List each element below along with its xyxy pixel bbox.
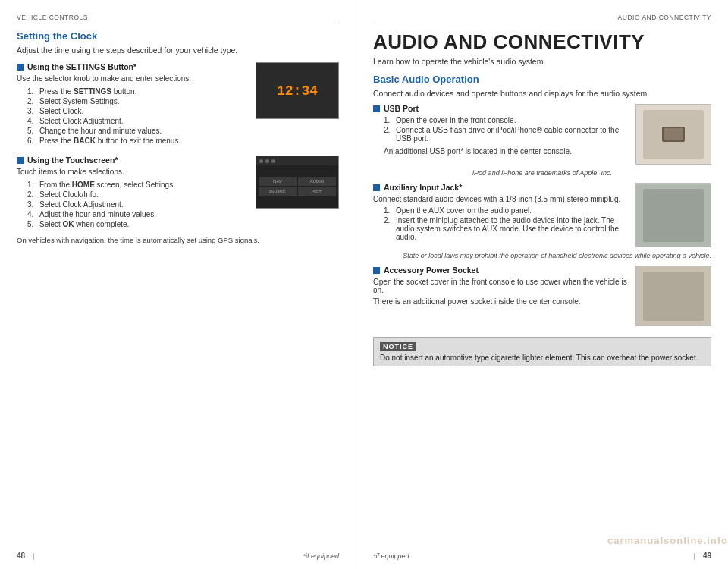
watermark: carmanualsonline.info: [607, 535, 728, 546]
right-divider: |: [694, 552, 695, 560]
left-page-num: 48: [17, 552, 25, 560]
ts-cell: AUDIO: [298, 177, 336, 186]
basic-audio-intro: Connect audio devices and operate button…: [373, 89, 711, 98]
list-item: 4.Select Clock Adjustment.: [27, 117, 248, 125]
list-item: 1.Open the cover in the front console.: [384, 116, 628, 124]
accessory-inner: [643, 272, 704, 321]
usb-caption: iPod and iPhone are trademarks of Apple,…: [373, 169, 711, 177]
list-item: 6.Press the BACK button to exit the menu…: [27, 137, 339, 145]
blue-square-icon: [373, 184, 380, 191]
ts-dot: [271, 159, 275, 163]
clock-image: 12:34: [256, 62, 339, 119]
list-item: 1.Press the SETTINGS button.: [27, 87, 248, 96]
usb-subsection-header: USB Port: [373, 104, 628, 113]
list-item: 3.Select Clock.: [27, 107, 248, 115]
blue-square-icon: [373, 105, 380, 112]
list-item: 2.Select Clock/Info.: [27, 190, 248, 199]
right-panel: AUDIO AND CONNECTIVITY AUDIO AND CONNECT…: [356, 0, 728, 569]
ts-content: NAV AUDIO PHONE SET: [256, 165, 338, 208]
clock-time-display: 12:34: [277, 83, 318, 99]
notice-label: NOTICE: [380, 342, 416, 351]
usb-image: [635, 104, 711, 165]
list-item: 2.Select System Settings.: [27, 97, 248, 105]
left-panel: VEHICLE CONTROLS Setting the Clock Adjus…: [0, 0, 356, 569]
accessory-section: Accessory Power Socket Open the socket c…: [373, 266, 711, 331]
touchscreen-subsection-header: Using the Touchscreen*: [17, 156, 248, 165]
notice-text: Do not insert an automotive type cigaret…: [380, 354, 704, 362]
list-item: 5.Select OK when complete.: [27, 220, 339, 228]
ts-dot: [259, 159, 263, 163]
list-item: 5.Change the hour and minute values.: [27, 127, 339, 135]
settings-label: Using the SETTINGS Button*: [27, 62, 136, 71]
touchscreen-image: NAV AUDIO PHONE SET: [256, 156, 339, 209]
aux-italic: State or local laws may prohibit the ope…: [373, 252, 711, 259]
left-title: Setting the Clock: [17, 30, 339, 42]
gps-note: On vehicles with navigation, the time is…: [17, 236, 339, 244]
left-header: VEHICLE CONTROLS: [17, 14, 339, 24]
aux-image: [635, 183, 711, 247]
ts-cell: SET: [298, 187, 336, 196]
right-footer: *if equipped | 49: [373, 552, 711, 560]
aux-subsection-header: Auxiliary Input Jack*: [373, 183, 628, 192]
main-title: AUDIO AND CONNECTIVITY: [373, 30, 711, 54]
blue-square-icon: [17, 64, 24, 71]
left-intro: Adjust the time using the steps describe…: [17, 46, 339, 55]
accessory-subsection-header: Accessory Power Socket: [373, 266, 628, 275]
list-item: 1.From the HOME screen, select Settings.: [27, 181, 248, 189]
blue-square-icon: [17, 157, 24, 164]
left-footer-note: *if equipped: [303, 552, 339, 560]
basic-audio-title: Basic Audio Operation: [373, 74, 711, 85]
left-divider: |: [33, 552, 34, 560]
touchscreen-label: Using the Touchscreen*: [27, 156, 118, 165]
ts-cell: NAV: [259, 177, 297, 186]
ts-dot: [265, 159, 269, 163]
usb-section: USB Port 1.Open the cover in the front c…: [373, 104, 711, 169]
list-item: 2.Insert the miniplug attached to the au…: [384, 216, 628, 241]
accessory-label: Accessory Power Socket: [384, 266, 479, 275]
ts-menu-bar: [256, 156, 338, 165]
list-item: 3.Select Clock Adjustment.: [27, 200, 248, 209]
ts-grid: NAV AUDIO PHONE SET: [256, 174, 338, 199]
right-page-num: 49: [703, 552, 711, 560]
accessory-image: [635, 266, 711, 326]
ts-cell: PHONE: [259, 187, 297, 196]
usb-label: USB Port: [384, 104, 419, 113]
list-item: 1.Open the AUX cover on the audio panel.: [384, 206, 628, 215]
right-header: AUDIO AND CONNECTIVITY: [373, 14, 711, 24]
right-footer-note: *if equipped: [373, 552, 410, 560]
blue-square-icon: [373, 267, 380, 274]
aux-inner: [643, 189, 704, 242]
list-item: 2.Connect a USB flash drive or iPod/iPho…: [384, 126, 628, 143]
notice-box: NOTICE Do not insert an automotive type …: [373, 337, 711, 366]
aux-label: Auxiliary Input Jack*: [384, 183, 462, 192]
list-item: 4.Adjust the hour and minute values.: [27, 210, 248, 218]
left-footer: 48 | *if equipped: [17, 552, 339, 560]
aux-section: Auxiliary Input Jack* Connect standard a…: [373, 183, 711, 252]
settings-subsection-header: Using the SETTINGS Button*: [17, 62, 248, 71]
main-intro: Learn how to operate the vehicle's audio…: [373, 57, 711, 66]
usb-inner: [643, 110, 704, 159]
usb-port-shape: [662, 127, 685, 142]
